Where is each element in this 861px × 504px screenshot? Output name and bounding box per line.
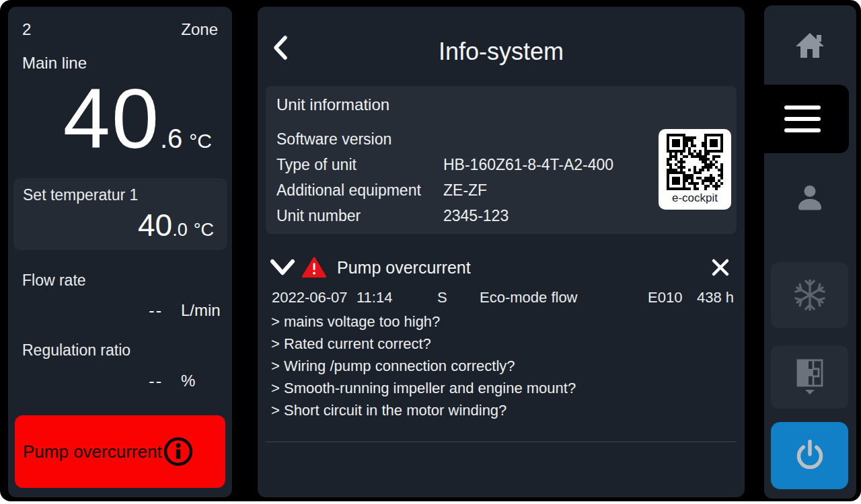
expand-button[interactable] [268,254,297,281]
alarm-detail-header: Pump overcurrent [268,253,734,282]
mold-icon [794,358,825,396]
unit-info-row: Software version [276,126,649,152]
regulation-ratio-value: -- [149,372,163,391]
section-divider [266,442,737,442]
home-icon [794,30,825,60]
page-title: Info-system [258,38,745,66]
set-temp-unit: °C [194,220,214,241]
alarm-banner[interactable]: Pump overcurrent [15,415,225,488]
unit-information-card: Unit information Software version Type o… [266,86,737,234]
flow-rate-row: -- L/min [8,301,232,324]
menu-button[interactable] [756,85,849,153]
regulation-ratio-label: Regulation ratio [22,341,130,360]
mold-button[interactable] [771,345,848,409]
alarm-detail-title: Pump overcurrent [337,258,471,278]
checklist-item: > Rated current correct? [271,333,731,355]
main-line-label: Main line [22,54,87,73]
set-temperature-value: 40 .0 °C [138,210,214,241]
row-label: Type of unit [276,156,443,174]
unit-info-row: Type of unit HB-160Z61-8-4T-A2-400 [276,152,649,177]
flow-rate-value: -- [149,301,163,321]
unit-info-row: Additional equipment ZE-ZF [276,177,649,203]
flow-rate-unit: L/min [181,301,221,320]
zone-panel: 2 Zone Main line 40 .6 °C Set temperatur… [8,7,232,497]
power-icon [792,438,827,473]
unit-information-rows: Software version Type of unit HB-160Z61-… [276,126,649,228]
checklist-item: > mains voltage too high? [271,310,731,333]
alarm-status: S [437,289,447,306]
set-temperature-box[interactable]: Set temperatur 1 40 .0 °C [13,178,227,250]
main-temperature-value: 40 .6 °C [63,77,212,161]
hmi-screen: 2 Zone Main line 40 .6 °C Set temperatur… [0,0,861,504]
cooling-button[interactable] [771,262,848,328]
regulation-ratio-unit: % [181,372,195,390]
e-cockpit-qr-card: e-cockpit [659,129,731,210]
zone-number: 2 [22,20,31,39]
sidebar [764,5,856,499]
row-label: Software version [276,130,443,149]
row-value: HB-160Z61-8-4T-A2-400 [443,156,613,174]
user-icon [795,183,825,212]
row-value: ZE-ZF [443,181,487,200]
snowflake-icon [793,278,827,312]
home-button[interactable] [771,9,848,81]
power-button[interactable] [771,422,848,489]
checklist-item: > Smooth-running impeller and engine mou… [271,377,731,399]
zone-label: Zone [181,20,218,39]
user-button[interactable] [771,161,848,234]
set-temp-fraction: .0 [172,220,188,241]
alarm-mode: Eco-mode flow [480,289,578,306]
unit-information-title: Unit information [276,95,389,114]
info-icon [162,435,194,468]
qr-label: e-cockpit [672,192,718,205]
flow-rate-label: Flow rate [22,271,86,290]
unit-info-row: Unit number 2345-123 [276,203,649,228]
checklist-item: > Wiring /pump connection correctly? [271,355,731,377]
chevron-down-icon [269,258,296,277]
regulation-ratio-row: -- % [8,372,232,394]
checklist-item: > Short circuit in the motor winding? [271,399,731,421]
warning-triangle-icon [302,257,326,278]
row-label: Additional equipment [276,181,443,200]
main-temp-fraction: .6 [160,124,182,154]
alarm-hours: 438 h [697,289,734,306]
main-temp-integer: 40 [63,77,160,161]
qr-code [667,134,723,190]
row-value: 2345-123 [443,207,509,225]
close-icon [711,258,730,277]
set-temperature-label: Set temperatur 1 [23,186,138,204]
alarm-meta-row: 2022-06-07 11:14 S Eco-mode flow E010 43… [258,289,745,309]
alarm-banner-label: Pump overcurrent [23,442,162,462]
alarm-checklist: > mains voltage too high? > Rated curren… [271,310,731,421]
main-temp-unit: °C [189,130,212,153]
row-label: Unit number [276,207,443,225]
menu-icon [784,106,821,110]
alarm-date: 2022-06-07 [272,289,348,306]
info-system-panel: Info-system Unit information Software ve… [258,7,745,497]
set-temp-integer: 40 [138,210,172,241]
close-button[interactable] [707,254,734,281]
alarm-code: E010 [648,289,682,306]
alarm-time: 11:14 [357,289,392,306]
